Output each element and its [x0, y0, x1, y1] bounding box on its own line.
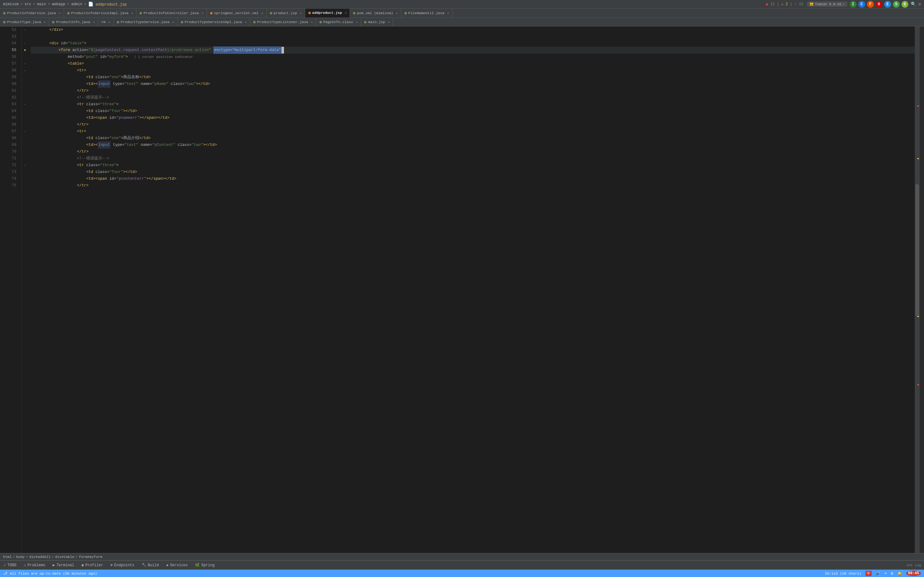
- code-line-64: <td class="four"></td>: [31, 108, 915, 114]
- tab-close[interactable]: ✕: [44, 20, 45, 24]
- tab-close[interactable]: ✕: [202, 11, 204, 15]
- code-line-56: method="post" id="myform"> | ⌊ cursor po…: [31, 53, 915, 60]
- fold-63[interactable]: [24, 103, 26, 106]
- problems-icon: ⚠: [24, 563, 26, 567]
- code-line-73: <td class="four"></td>: [31, 169, 915, 176]
- tab-dot: [404, 12, 407, 15]
- breadcrumb-admin: admin: [71, 2, 82, 6]
- tab-close[interactable]: ✕: [447, 11, 449, 15]
- tab-producttypeservice[interactable]: ProductTypeService.java ✕: [114, 18, 178, 26]
- breadcrumb-html[interactable]: html: [3, 555, 12, 559]
- tab-close[interactable]: ✕: [300, 11, 302, 15]
- tab-close[interactable]: ✕: [108, 20, 110, 24]
- tab-services[interactable]: ◈ Services: [163, 561, 192, 570]
- code-line-69: <td><input type="text" name="pContent" c…: [31, 142, 915, 148]
- tab-close[interactable]: ✕: [59, 11, 61, 15]
- bottom-tabs: ✓ TODO ⚠ Problems ▶ Terminal ◉ Profiler …: [0, 560, 924, 570]
- edge-icon[interactable]: E: [884, 1, 891, 8]
- endpoints-icon: ⊕: [111, 563, 113, 567]
- tab-dot: [117, 21, 119, 23]
- tomcat-icon: 🐱: [809, 2, 814, 6]
- code-line-63: <tr class="three">: [31, 101, 915, 108]
- terminal-icon: ▶: [53, 563, 55, 567]
- tab-close[interactable]: ✕: [388, 20, 389, 24]
- breadcrumb-form[interactable]: form#myform: [79, 555, 102, 559]
- chinese-input[interactable]: 中: [866, 571, 872, 576]
- tab-build[interactable]: 🔨 Build: [138, 561, 163, 570]
- tab-close[interactable]: ✕: [262, 11, 263, 15]
- intellij-icon[interactable]: I: [850, 1, 856, 8]
- tab-close[interactable]: ✕: [93, 20, 95, 24]
- tab-filenameutil[interactable]: FileNameUtil.java ✕: [401, 9, 452, 18]
- warning-indicator: [917, 158, 919, 159]
- tab-close-active[interactable]: ✕: [345, 11, 347, 15]
- safari-icon[interactable]: S: [893, 1, 900, 8]
- tab-close[interactable]: ✕: [245, 20, 247, 24]
- tab-close[interactable]: ✕: [311, 20, 313, 24]
- browser-icon-6[interactable]: G: [901, 1, 908, 8]
- tab-productinfoserviceimpl[interactable]: ProductInfoServiceImpl.java ✕: [64, 9, 136, 18]
- firefox-icon[interactable]: F: [867, 1, 874, 8]
- breadcrumb-file: 📄 addproduct.jsp: [88, 2, 127, 7]
- event-log[interactable]: ent Log: [907, 564, 924, 567]
- tab-endpoints[interactable]: ⊕ Endpoints: [107, 561, 138, 570]
- todo-icon: ✓: [4, 563, 6, 567]
- fold-72[interactable]: [24, 164, 26, 167]
- code-line-57: <table>: [31, 60, 915, 67]
- code-line-65: <td><span id="pnameerr"></span></td>: [31, 114, 915, 121]
- tab-dot: [320, 21, 322, 23]
- breadcrumb-divaddall[interactable]: div#addAll: [29, 555, 50, 559]
- editor-breadcrumb: html > body > div#addAll > div#table > f…: [0, 553, 924, 560]
- tab-profiler[interactable]: ◉ Profiler: [78, 561, 107, 570]
- code-line-61: </tr>: [31, 87, 915, 94]
- opera-icon[interactable]: O: [876, 1, 882, 8]
- tab-spring[interactable]: 🌿 Spring: [191, 561, 218, 570]
- chrome-icon[interactable]: C: [858, 1, 865, 8]
- tab-pageinfo[interactable]: PageInfo.class ✕: [316, 18, 361, 26]
- tab-problems[interactable]: ⚠ Problems: [20, 561, 49, 570]
- status-bar: ⎇ All files are up-to-date (56 minutes a…: [0, 570, 924, 577]
- editor-body: 52 53 54 55 56 57 58 59 60 61 62 63 64 6…: [7, 26, 920, 553]
- tab-bar-2: ProductType.java ✕ ProductInfo.java ✕ rm…: [0, 18, 924, 26]
- fold-52[interactable]: [24, 28, 26, 32]
- tab-productinfo[interactable]: ProductInfo.java ✕: [49, 18, 98, 26]
- tab-producttype[interactable]: ProductType.java ✕: [0, 18, 49, 26]
- breadcrumb-project: mimissm: [3, 2, 18, 6]
- fold-57[interactable]: [24, 62, 26, 66]
- error-indicator: [917, 106, 919, 106]
- tab-producttypeserviceimpl[interactable]: ProductTypeServiceImpl.java ✕: [178, 18, 250, 26]
- tab-productinfocontroller[interactable]: ProductInfoController.java ✕: [136, 9, 207, 18]
- tab-springmvc[interactable]: springmvc_servlet.xml ✕: [207, 9, 267, 18]
- tab-close[interactable]: ✕: [396, 11, 398, 15]
- tab-rm[interactable]: rm ✕: [98, 18, 114, 26]
- tab-pom[interactable]: pom.xml (mimissm) ✕: [350, 9, 401, 18]
- settings-icon[interactable]: ⚙: [918, 2, 921, 7]
- fold-58[interactable]: [24, 69, 26, 73]
- breadcrumb-body[interactable]: body: [16, 555, 25, 559]
- tab-product[interactable]: product.jsp ✕: [267, 9, 305, 18]
- code-line-54: <div id="table">: [31, 40, 915, 47]
- fold-67[interactable]: [24, 130, 26, 133]
- tab-addproduct[interactable]: addproduct.jsp ✕: [305, 9, 350, 18]
- search-icon[interactable]: 🔍: [911, 2, 916, 7]
- tab-close[interactable]: ✕: [172, 20, 174, 24]
- tab-producttypelistener[interactable]: ProductTypeListener.java ✕: [250, 18, 316, 26]
- layout-icon: ⊞: [891, 571, 893, 575]
- code-line-74: <td><span id="pcontenterr"></span></td>: [31, 176, 915, 182]
- tab-terminal[interactable]: ▶ Terminal: [49, 561, 78, 570]
- breadcrumb-divtable[interactable]: div#table: [55, 555, 74, 559]
- vertical-scrollbar[interactable]: [915, 26, 920, 553]
- tab-productinfoservice[interactable]: ProductInfoService.java ✕: [0, 9, 64, 18]
- tab-close[interactable]: ✕: [131, 11, 133, 15]
- tab-todo[interactable]: ✓ TODO: [0, 561, 20, 570]
- cursor-position[interactable]: 55:113 (29 chars): [825, 571, 861, 575]
- fold-54[interactable]: [24, 42, 26, 45]
- breadcrumb-src: src: [25, 2, 31, 6]
- tab-close[interactable]: ✕: [356, 20, 358, 24]
- tomcat-badge[interactable]: 🐱 Tomcat 9.0.65 ▾: [807, 2, 847, 7]
- scrollbar-thumb[interactable]: [915, 184, 919, 316]
- error-indicator-3: [917, 384, 919, 385]
- code-line-71: <!--错误提示-->: [31, 155, 915, 162]
- code-editor[interactable]: </div> <div id="table"> <form action="${…: [28, 26, 915, 553]
- tab-mainjsp[interactable]: main.jsp ✕: [361, 18, 393, 26]
